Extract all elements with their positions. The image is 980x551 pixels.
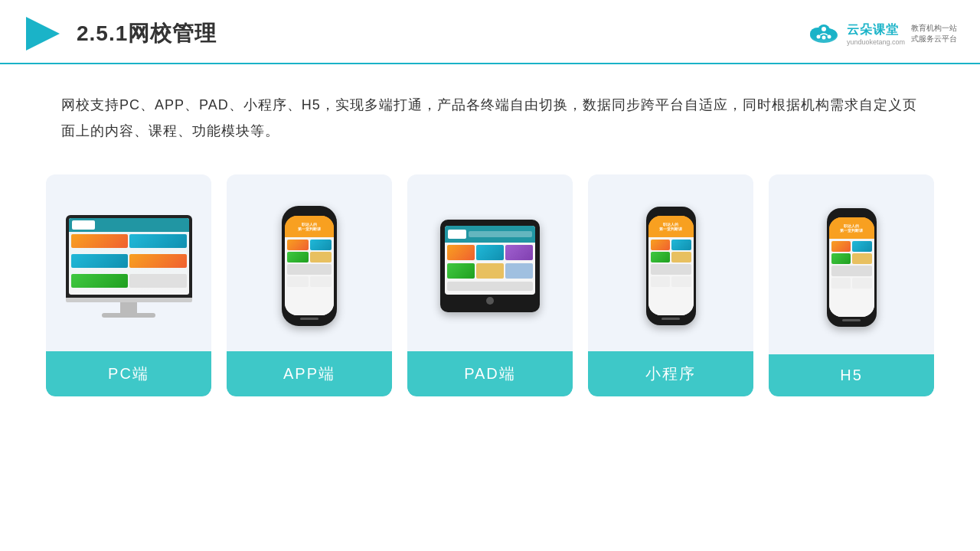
description: 网校支持PC、APP、PAD、小程序、H5，实现多端打通，产品各终端自由切换，数… (0, 64, 980, 159)
h5-notch (844, 212, 859, 216)
pad-card: PAD端 (407, 174, 573, 396)
mini-card: 职达人的第一堂判断课 (588, 174, 753, 396)
app-phone-mockup: 职达人的第一堂判断课 (282, 206, 337, 326)
pad-tablet-screen (445, 226, 535, 295)
page-title: 2.5.1网校管理 (77, 19, 217, 48)
pad-image-area (407, 174, 573, 351)
cards-container: PC端 职达人的第一堂判断课 (0, 167, 980, 396)
h5-home-indicator (842, 319, 861, 321)
mini-notch (663, 210, 678, 214)
h5-phone-mockup: 职达人的第一堂判断课 (827, 208, 877, 327)
svg-point-7 (822, 36, 825, 40)
h5-card: 职达人的第一堂判断课 (769, 174, 934, 396)
app-phone-screen: 职达人的第一堂判断课 (285, 216, 334, 315)
monitor-screen (69, 218, 189, 295)
mini-label: 小程序 (588, 351, 753, 396)
mini-phone-outer: 职达人的第一堂判断课 (646, 207, 696, 325)
app-phone-outer: 职达人的第一堂判断课 (282, 206, 337, 326)
brand-logo (807, 21, 841, 46)
pc-monitor (66, 215, 192, 318)
brand-url: yunduoketang.com (847, 38, 905, 46)
phone-notch (300, 210, 318, 214)
h5-image-area: 职达人的第一堂判断课 (769, 174, 934, 354)
cloud-icon (807, 21, 841, 46)
pad-tablet-outer (440, 220, 540, 312)
app-card: 职达人的第一堂判断课 (227, 174, 392, 396)
svg-point-5 (822, 27, 826, 31)
h5-phone-outer: 职达人的第一堂判断课 (827, 208, 877, 327)
pc-card: PC端 (46, 174, 211, 396)
tablet-home-btn (486, 297, 494, 305)
brand-slogan: 教育机构一站 式服务云平台 (911, 23, 957, 44)
mini-home-indicator (662, 318, 680, 320)
pc-image-area (46, 174, 211, 351)
svg-point-6 (816, 35, 820, 39)
pad-tablet-mockup (440, 220, 540, 312)
brand-text: 云朵课堂 yunduoketang.com (847, 22, 905, 46)
mini-phone-screen: 职达人的第一堂判断课 (648, 216, 694, 315)
header-right: 云朵课堂 yunduoketang.com 教育机构一站 式服务云平台 (807, 21, 957, 46)
svg-marker-0 (26, 17, 60, 51)
mini-phone-mockup: 职达人的第一堂判断课 (646, 207, 696, 325)
svg-point-8 (827, 35, 831, 39)
app-label: APP端 (227, 351, 392, 396)
phone-home-indicator (300, 318, 318, 320)
logo-icon (23, 14, 63, 54)
pad-label: PAD端 (407, 351, 573, 396)
h5-label: H5 (769, 354, 934, 396)
brand-name: 云朵课堂 (847, 22, 899, 38)
header: 2.5.1网校管理 云朵课堂 yunduoketang.com 教育机构一站 (0, 0, 980, 64)
pc-label: PC端 (46, 351, 211, 396)
monitor-screen-wrapper (66, 215, 192, 298)
h5-phone-screen: 职达人的第一堂判断课 (829, 217, 874, 317)
header-left: 2.5.1网校管理 (23, 14, 217, 54)
mini-image-area: 职达人的第一堂判断课 (588, 174, 753, 351)
description-text: 网校支持PC、APP、PAD、小程序、H5，实现多端打通，产品各终端自由切换，数… (61, 97, 917, 139)
app-image-area: 职达人的第一堂判断课 (227, 174, 392, 351)
